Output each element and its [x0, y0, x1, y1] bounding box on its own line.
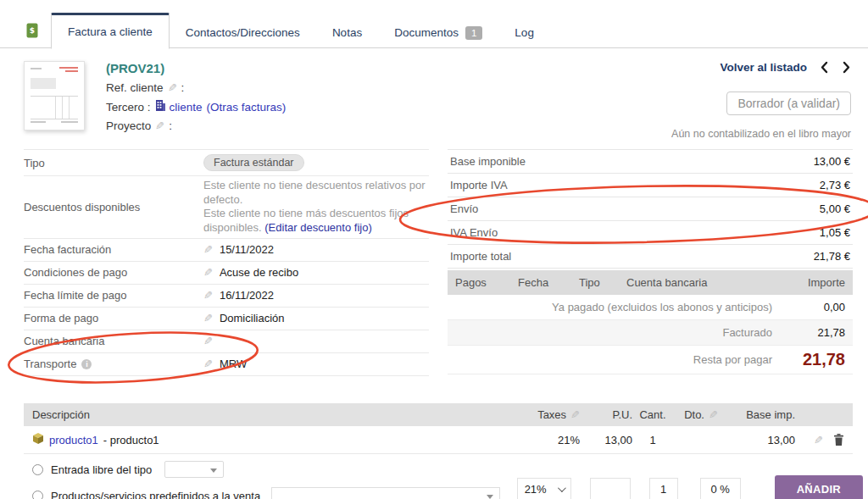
- edit-pencil-icon[interactable]: [203, 335, 213, 347]
- totals-and-payments: Base imponible13,00 € Importe IVA2,73 € …: [448, 149, 853, 376]
- total-label: Base imponible: [450, 155, 526, 168]
- paid-row: Ya pagado (excluidos los abonos y antici…: [448, 295, 853, 320]
- edit-pencil-icon[interactable]: [203, 266, 213, 279]
- lines-col-pu: P.U.: [580, 408, 632, 421]
- unit-price-input[interactable]: [590, 478, 631, 499]
- chevron-down-icon: [487, 495, 493, 499]
- field-row-descuentos: Descuentos disponibles Este cliente no t…: [24, 176, 429, 239]
- edit-pencil-icon[interactable]: [203, 289, 213, 302]
- total-label: Envío: [450, 202, 478, 215]
- back-navigation: Volver al listado: [671, 61, 851, 74]
- payments-col-fecha: Fecha: [518, 276, 579, 289]
- total-label: Importe IVA: [450, 179, 508, 191]
- discounts-line1: Este cliente no tiene descuentos relativ…: [203, 179, 426, 206]
- documents-count-badge: 1: [465, 26, 482, 40]
- status-badge: Borrador (a validar): [726, 91, 851, 115]
- edit-pencil-icon[interactable]: [203, 358, 213, 370]
- edit-line-icon[interactable]: [814, 434, 823, 446]
- field-value: Acuse de recibo: [220, 266, 298, 279]
- delete-line-icon[interactable]: [833, 434, 844, 446]
- total-label: Importe total: [450, 250, 511, 263]
- free-entry-radio[interactable]: [32, 464, 43, 475]
- total-row-iva: Importe IVA2,73 €: [448, 174, 853, 197]
- tab-label: Notas: [332, 26, 362, 39]
- predefined-product-select[interactable]: [271, 487, 500, 499]
- next-record-icon[interactable]: [842, 61, 851, 74]
- back-to-list-link[interactable]: Volver al listado: [720, 61, 807, 74]
- field-row-condiciones-pago: Condiciones de pago Acuse de recibo: [24, 262, 429, 285]
- third-party-line: Tercero : cliente (Otras facturas): [106, 100, 286, 114]
- field-row-tipo: Tipo Factura estándar: [24, 149, 429, 176]
- line-unit-price: 13,00: [580, 434, 632, 446]
- invoice-preview-thumbnail[interactable]: [24, 61, 85, 130]
- payments-col-pagos: Pagos: [455, 276, 518, 289]
- tab-documentos[interactable]: Documentos1: [378, 16, 498, 49]
- previous-record-icon[interactable]: [820, 61, 829, 74]
- chevron-down-icon: [210, 469, 217, 473]
- add-line-controls: 21% 1 0 % AÑADIR: [517, 475, 863, 499]
- lines-col-base: Base imp.: [729, 408, 795, 421]
- page-head: (PROV21) Ref. cliente : Tercero : client…: [24, 59, 851, 144]
- edit-pencil-icon[interactable]: [203, 243, 213, 256]
- tab-label: Documentos: [394, 26, 459, 39]
- invoice-file-icon: $: [26, 23, 38, 42]
- field-row-fecha-facturacion: Fecha facturación 15/11/2022: [24, 239, 429, 262]
- other-invoices-link[interactable]: (Otras facturas): [207, 101, 287, 114]
- field-label: Descuentos disponibles: [24, 201, 203, 213]
- qty-input[interactable]: 1: [649, 478, 678, 499]
- thumb-decor: [55, 97, 56, 119]
- payments-col-tipo: Tipo: [579, 276, 626, 289]
- third-party-link[interactable]: cliente: [170, 101, 203, 114]
- edit-pencil-icon[interactable]: [709, 408, 718, 421]
- tab-notas[interactable]: Notas: [316, 16, 378, 49]
- edit-pencil-icon[interactable]: [203, 312, 213, 324]
- payments-header: Pagos Fecha Tipo Cuenta bancaria Importe: [448, 270, 853, 295]
- predefined-product-radio[interactable]: [32, 491, 43, 499]
- lines-header: Descripción Taxes P.U. Cant. Dto. Base i…: [24, 403, 853, 426]
- edit-pencil-icon[interactable]: [155, 119, 164, 132]
- total-row-iva-envio: IVA Envío1,05 €: [448, 221, 853, 245]
- total-row-envio: Envío5,00 €: [448, 197, 853, 221]
- remaining-value: 21,78: [772, 350, 845, 369]
- field-label: Transporte: [24, 358, 76, 370]
- tabs: Factura a cliente Contactos/Direcciones …: [51, 14, 550, 49]
- vat-select[interactable]: 21%: [517, 478, 571, 499]
- add-line-button[interactable]: AÑADIR: [775, 475, 863, 499]
- project-line: Proyecto :: [106, 119, 286, 132]
- edit-pencil-icon[interactable]: [570, 408, 580, 421]
- field-value: 15/11/2022: [220, 243, 274, 256]
- edit-pencil-icon[interactable]: [168, 81, 177, 94]
- tab-log[interactable]: Log: [498, 16, 550, 49]
- predefined-product-label: Productos/servicios predefinidos a la ve…: [51, 490, 260, 499]
- paid-label: Ya pagado (excluidos los abonos y antici…: [552, 301, 772, 313]
- thumb-decor: [59, 67, 78, 69]
- free-entry-type-select[interactable]: [164, 461, 224, 478]
- billed-row: Facturado 21,78: [448, 320, 853, 346]
- payments-col-cuenta: Cuenta bancaria: [626, 276, 777, 289]
- free-entry-label: Entrada libre del tipo: [51, 463, 152, 476]
- field-row-transporte: Transporte MRW: [24, 353, 429, 376]
- thumb-decor: [69, 97, 70, 119]
- field-label: Forma de pago: [24, 312, 203, 324]
- billed-label: Facturado: [722, 326, 772, 339]
- billed-value: 21,78: [772, 326, 845, 339]
- total-label: IVA Envío: [450, 226, 498, 239]
- customer-ref-line: Ref. cliente :: [106, 81, 286, 94]
- lines-col-dto: Dto.: [684, 408, 704, 421]
- invoice-head-info: (PROV21) Ref. cliente : Tercero : client…: [106, 61, 286, 132]
- remaining-row: Resta por pagar 21,78: [448, 346, 853, 374]
- tab-factura-a-cliente[interactable]: Factura a cliente: [51, 13, 170, 49]
- svg-text:$: $: [30, 26, 35, 35]
- product-line-row: producto1 - producto1 21% 13,00 1 13,00: [24, 426, 853, 454]
- discount-input[interactable]: 0 %: [700, 478, 741, 499]
- product-link[interactable]: producto1: [49, 434, 98, 446]
- tab-contactos-direcciones[interactable]: Contactos/Direcciones: [170, 16, 316, 49]
- head-right: Volver al listado Borrador (a validar) A…: [671, 61, 851, 140]
- vat-value: 21%: [525, 483, 547, 496]
- lines-col-taxes: Taxes: [537, 408, 566, 421]
- lines-col-descripcion: Descripción: [32, 408, 520, 421]
- thumb-decor: [65, 70, 78, 72]
- field-row-cuenta-bancaria: Cuenta bancaria: [24, 330, 429, 353]
- project-label: Proyecto: [106, 119, 151, 132]
- edit-fixed-discount-link[interactable]: (Editar descuento fijo): [264, 221, 371, 234]
